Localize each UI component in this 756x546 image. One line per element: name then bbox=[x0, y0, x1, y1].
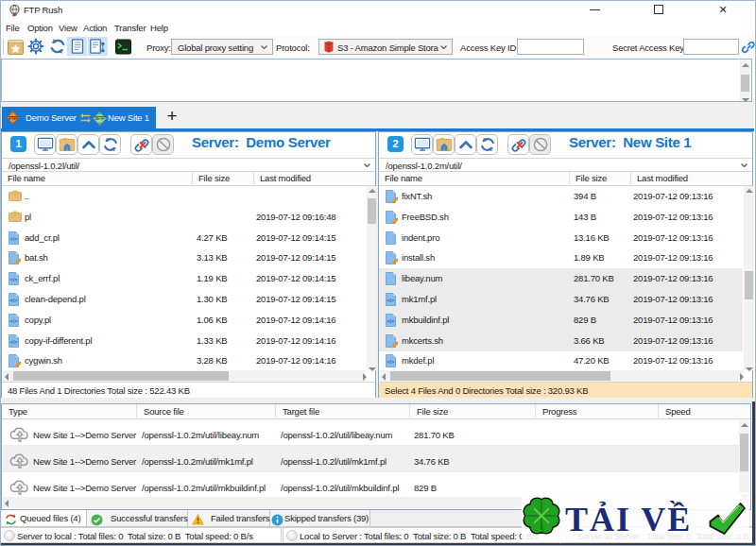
svg-text:</>: </> bbox=[9, 318, 18, 324]
svg-text:</>: </> bbox=[387, 298, 395, 303]
svg-text:</>: </> bbox=[387, 318, 395, 324]
svg-text:</>: </> bbox=[387, 359, 395, 365]
svg-text:</>: </> bbox=[9, 298, 18, 303]
svg-text:</>: </> bbox=[9, 338, 18, 344]
svg-text:</>: </> bbox=[9, 235, 18, 241]
svg-text:</>: </> bbox=[9, 277, 18, 282]
svg-text:SFTP: SFTP bbox=[94, 116, 106, 121]
svg-text:FTP: FTP bbox=[9, 115, 18, 121]
